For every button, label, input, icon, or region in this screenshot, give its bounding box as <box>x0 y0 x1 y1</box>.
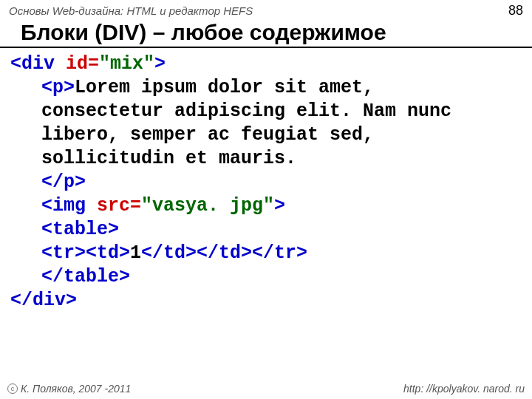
code-line: libero, semper ac feugiat sed, <box>10 123 523 147</box>
code-line: consectetur adipiscing elit. Nam nunc <box>10 100 523 123</box>
code-line: <img src="vasya. jpg"> <box>10 194 523 218</box>
copyright-icon: c <box>7 383 18 394</box>
page-number: 88 <box>508 3 523 18</box>
code-line: <p>Lorem ipsum dolor sit amet, <box>10 76 523 100</box>
slide-footer: c К. Поляков, 2007 -2011 http: //kpolyak… <box>0 380 532 399</box>
slide-title: Блоки (DIV) – любое содержимое <box>21 20 523 45</box>
code-line: sollicitudin et mauris. <box>10 147 523 171</box>
copyright: c К. Поляков, 2007 -2011 <box>7 383 131 395</box>
footer-url: http: //kpolyakov. narod. ru <box>403 383 525 395</box>
title-block: Блоки (DIV) – любое содержимое <box>0 20 532 48</box>
code-line: </div> <box>10 289 523 313</box>
code-line: <div id="mix"> <box>10 52 523 76</box>
code-line: </p> <box>10 171 523 194</box>
code-line: <table> <box>10 218 523 242</box>
slide-header: Основы Web-дизайна: HTML и редактор HEFS… <box>0 0 532 20</box>
copyright-text: К. Поляков, 2007 -2011 <box>21 383 131 395</box>
code-example: <div id="mix"> <p>Lorem ipsum dolor sit … <box>0 48 532 313</box>
code-line: <tr><td>1</td></td></tr> <box>10 242 523 265</box>
breadcrumb: Основы Web-дизайна: HTML и редактор HEFS <box>9 4 253 17</box>
code-line: </table> <box>10 265 523 289</box>
